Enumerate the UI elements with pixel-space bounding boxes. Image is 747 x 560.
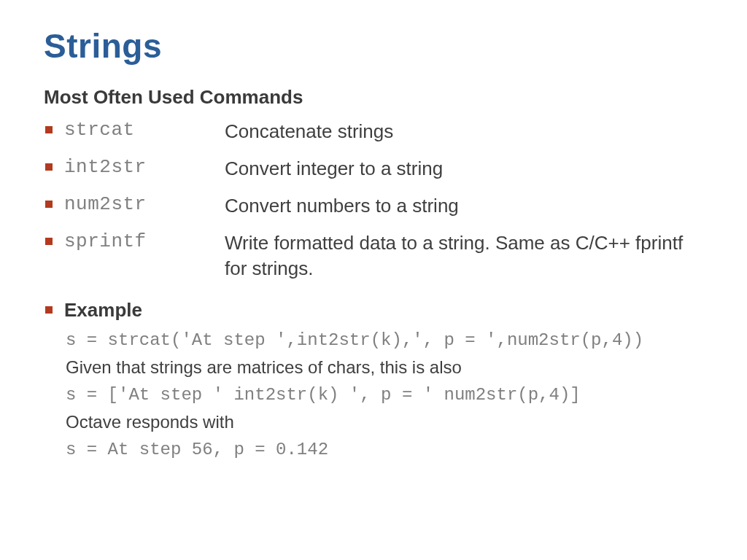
command-name: strcat <box>64 119 225 141</box>
prose-line: Given that strings are matrices of chars… <box>66 357 703 378</box>
command-desc: Convert numbers to a string <box>225 193 703 219</box>
list-item: Example <box>44 299 703 322</box>
command-desc: Write formatted data to a string. Same a… <box>225 230 703 281</box>
prose-line: Octave responds with <box>66 412 703 432</box>
section-heading: Most Often Used Commands <box>44 86 703 109</box>
bullet-icon <box>45 163 53 171</box>
bullet-icon <box>45 201 53 208</box>
command-name: num2str <box>64 193 225 215</box>
list-item: num2str Convert numbers to a string <box>44 193 703 219</box>
code-line: s = strcat('At step ',int2str(k),', p = … <box>66 330 703 350</box>
example-section: Example s = strcat('At step ',int2str(k)… <box>44 299 703 459</box>
slide-title: Strings <box>44 26 703 66</box>
list-item: strcat Concatenate strings <box>44 119 703 144</box>
command-list: strcat Concatenate strings int2str Conve… <box>44 119 703 281</box>
bullet-icon <box>45 126 53 133</box>
bullet-icon <box>45 306 53 314</box>
list-item: int2str Convert integer to a string <box>44 156 703 182</box>
example-label: Example <box>64 299 142 322</box>
slide: Strings Most Often Used Commands strcat … <box>0 0 747 560</box>
command-desc: Concatenate strings <box>225 119 703 144</box>
list-item: sprintf Write formatted data to a string… <box>44 230 703 281</box>
command-desc: Convert integer to a string <box>225 156 703 182</box>
command-name: int2str <box>64 156 225 178</box>
bullet-icon <box>45 238 53 245</box>
code-line: s = ['At step ' int2str(k) ', p = ' num2… <box>66 385 703 405</box>
code-line: s = At step 56, p = 0.142 <box>66 440 703 459</box>
command-name: sprintf <box>64 230 225 252</box>
